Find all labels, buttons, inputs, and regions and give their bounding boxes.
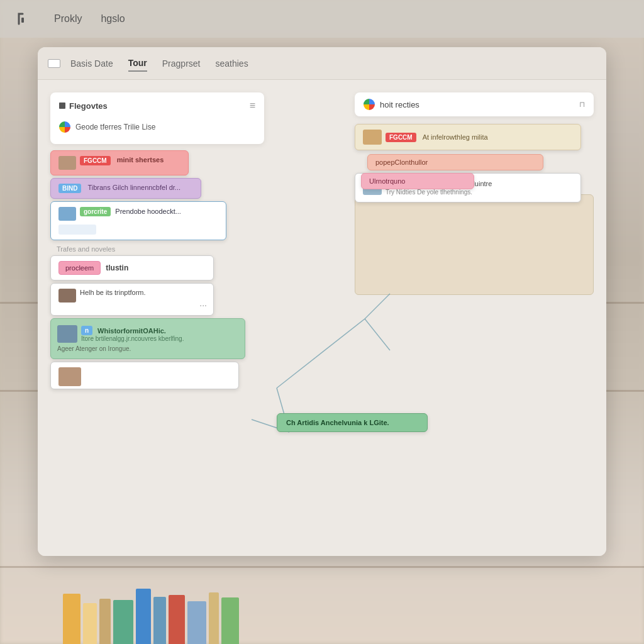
node-procleem: procleem tlustin: [50, 255, 214, 280]
node-green-card: n WhistorformitOAHic. Itore brtilenalgg.…: [50, 318, 245, 359]
svg-rect-0: [21, 18, 24, 23]
node-right-pink-title: Ulrnotrquno: [369, 177, 405, 185]
book-4: [113, 600, 133, 644]
right-panel-icon: ⊓: [579, 100, 585, 109]
book-10: [221, 597, 239, 644]
right-google-icon: [364, 99, 375, 110]
node8-badge: n: [81, 326, 92, 335]
node8-title: WhistorformitOAHic.: [97, 327, 166, 335]
node2-badge: BIND: [58, 184, 81, 193]
node8-subtitle: Itore brtilenalgg.jr.ncouvres kberlfing.: [81, 335, 184, 342]
svg-line-5: [365, 319, 390, 350]
browser-tabs: Basis Date Tour Pragprset seathies: [70, 55, 596, 72]
bottom-books: [0, 562, 644, 644]
node-thumb-6: [58, 289, 76, 303]
node4-text: Trafes and noveles: [57, 245, 115, 253]
node-right-salmon: popepClonthullor: [367, 154, 543, 170]
book-9: [209, 592, 219, 644]
right-title-text: hoit recties: [380, 100, 419, 109]
tab-seathies[interactable]: seathies: [215, 56, 248, 71]
node5-title: tlustin: [106, 264, 128, 272]
node-green-center: Ch Artidis Anchelvunia k LGite.: [277, 413, 428, 432]
node5-badge: procleem: [58, 261, 101, 275]
favorites-label: Flegovtes: [69, 101, 108, 111]
node9-thumb: [58, 367, 81, 386]
google-item[interactable]: Geode tferres Trilie Lise: [59, 118, 255, 136]
node-right-thumb: [363, 130, 382, 145]
section-menu-icon[interactable]: ≡: [250, 100, 255, 111]
svg-line-2: [277, 319, 365, 388]
node-right-pink: Ulrnotrquno: [361, 173, 474, 189]
node-right-white-subtitle: Try Nidties De yole tlhethnings.: [386, 189, 492, 196]
node1-badge: FGCCM: [80, 156, 111, 165]
node8-footer: Ageer Atenger on Irongue.: [57, 345, 238, 352]
section-header: Flegovtes ≡: [59, 100, 255, 111]
node-tibrans: BIND Tibrans Gilch linnenncbfel dr...: [50, 178, 201, 199]
browser-control: [48, 59, 60, 68]
book-1: [63, 594, 80, 644]
node6-title: Helh be its trinptform.: [80, 289, 146, 296]
node-white-bottom: [50, 362, 239, 389]
book-8: [187, 601, 206, 644]
nav-hgslo[interactable]: hgslo: [101, 13, 125, 25]
app-icon: [13, 8, 35, 30]
right-area: hoit recties ⊓ FGCCM At infelrowthleg mi…: [355, 92, 594, 295]
tab-basis-date[interactable]: Basis Date: [70, 56, 113, 71]
browser-content: Flegovtes ≡ Geode tferres Trilie Lise FG…: [38, 80, 606, 556]
google-text: Geode tferres Trilie Lise: [75, 123, 155, 131]
book-2: [83, 603, 97, 644]
book-3: [99, 599, 111, 644]
node8-thumb: [57, 325, 77, 343]
node3-title: Prendobe hoodeckt...: [115, 208, 181, 215]
google-icon: [59, 121, 70, 133]
svg-line-4: [365, 294, 390, 319]
node-right-beige-title: At infelrowthleg milita: [423, 133, 488, 141]
tab-tour[interactable]: Tour: [128, 55, 147, 72]
node3-badge: gorcrite: [80, 207, 111, 216]
top-bar: Prokly hgslo: [0, 0, 644, 38]
book-7: [169, 595, 185, 644]
node-helh: Helh be its trinptform. ···: [50, 283, 214, 316]
node-green-center-text: Ch Artidis Anchelvunia k LGite.: [286, 419, 389, 426]
node-thumb-3: [58, 207, 76, 221]
right-favorites: hoit recties ⊓: [355, 92, 594, 116]
browser-toolbar: Basis Date Tour Pragprset seathies: [38, 47, 606, 80]
top-bar-nav: Prokly hgslo: [54, 13, 125, 25]
section-icon: [59, 103, 65, 109]
node-right-salmon-title: popepClonthullor: [375, 158, 428, 166]
browser-window: Basis Date Tour Pragprset seathies: [38, 47, 606, 556]
section-title: Flegovtes: [59, 101, 108, 111]
node2-title: Tibrans Gilch linnenncbfel dr...: [87, 184, 180, 191]
node-minit-shertses: FGCCM minit shertses: [50, 150, 189, 175]
node1-title: minit shertses: [117, 156, 164, 164]
node-thumb-1: [58, 156, 76, 170]
nav-prokly[interactable]: Prokly: [54, 13, 82, 25]
node6-dots[interactable]: ···: [199, 300, 207, 310]
node-prendobe: gorcrite Prendobe hoodeckt...: [50, 201, 226, 240]
node-right-beige: FGCCM At infelrowthleg milita: [355, 124, 581, 150]
left-panel: Flegovtes ≡ Geode tferres Trilie Lise FG…: [50, 92, 264, 543]
right-title: hoit recties: [364, 99, 419, 110]
node-trafes-label: Trafes and noveles: [57, 243, 264, 254]
book-5: [136, 589, 151, 644]
tab-pragprset[interactable]: Pragprset: [162, 56, 201, 71]
favorites-section: Flegovtes ≡ Geode tferres Trilie Lise: [50, 92, 264, 144]
book-6: [153, 597, 166, 644]
right-tan-area: [355, 194, 594, 295]
node-right-badge: FGCCM: [386, 133, 416, 142]
